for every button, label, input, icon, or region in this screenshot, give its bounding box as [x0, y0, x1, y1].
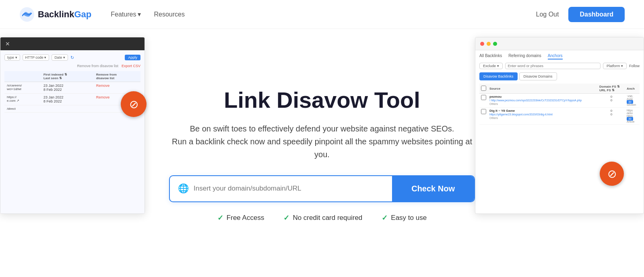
row-dates: 23 Jan 20228 Feb 2022 — [41, 82, 94, 94]
col-path — [4, 71, 41, 82]
left-table: First indexed ⇅Last seen ⇅ Remove fromdi… — [4, 71, 140, 113]
table-row-right-2: Dig It ~ Y8 Game https://y8game23.blogsp… — [479, 108, 640, 125]
logo[interactable]: BacklinkGap — [19, 7, 91, 22]
dot-yellow — [487, 42, 491, 46]
platform-chip[interactable]: Platform ▾ — [603, 63, 627, 69]
screenshot-header-right — [475, 37, 644, 50]
table-row: https://e.com ↗ 23 Jan 20228 Feb 2022 Re… — [4, 94, 140, 105]
source-others-1: Others — [489, 103, 498, 105]
feature-label-3: Easy to use — [391, 214, 427, 222]
action-row: Remove from disavow list Export CSV — [4, 64, 140, 68]
ban-badge-right: ⊘ — [600, 162, 624, 186]
feature-free-access: ✓ Free Access — [217, 213, 264, 222]
logout-button[interactable]: Log Out — [536, 11, 559, 18]
domain-input[interactable] — [194, 177, 384, 200]
disavow-backlinks-button[interactable]: Disavow Backlinks — [479, 72, 518, 80]
source-name-1: pezmou — [489, 95, 502, 98]
remove-link-2[interactable]: Remove — [96, 95, 110, 99]
table-row-right-1: pezmou ! http://www.pezmou.com/sys322223… — [479, 94, 640, 108]
filter-type[interactable]: type ▾ — [4, 54, 20, 61]
anchor-cell-2: httpsdeloihttps30Article — [625, 108, 640, 125]
chevron-down-icon: ▾ — [138, 10, 141, 18]
filter-row-right: Exclude ▾ Platform ▾ Follow — [479, 63, 640, 69]
row-checkbox-1[interactable] — [481, 95, 486, 100]
ban-badge-left: ⊘ — [121, 91, 147, 117]
hero-title: Link Disavow Tool — [169, 88, 475, 113]
fs-cell-1: 00 — [598, 94, 625, 108]
phrase-input[interactable] — [505, 63, 601, 69]
remove-link[interactable]: Remove — [96, 84, 110, 88]
check-icon-1: ✓ — [217, 213, 223, 222]
export-csv-link[interactable]: Export CSV — [122, 64, 140, 68]
check-icon-3: ✓ — [382, 213, 388, 222]
filter-date[interactable]: Date ▾ — [52, 54, 68, 61]
screenshot-body-left: type ▾ HTTP code ▾ Date ▾ ↻ Apply Remove… — [0, 50, 144, 213]
ban-icon-right: ⊘ — [607, 167, 617, 181]
row-dates3 — [41, 105, 94, 113]
right-screenshot: All Backlinks Referring domains Anchors … — [475, 37, 644, 214]
disavow-domains-button[interactable]: Disavow Domains — [519, 72, 557, 80]
center-content: Link Disavow Tool Be on swift toes to ef… — [169, 88, 475, 222]
table-row: /direct — [4, 105, 140, 113]
features-row: ✓ Free Access ✓ No credit card required … — [169, 213, 475, 222]
source-others-2: Others — [489, 117, 498, 119]
exclude-chip[interactable]: Exclude ▾ — [479, 63, 503, 69]
logo-icon — [19, 7, 35, 22]
hero-description: Be on swift toes to effectively defend y… — [169, 122, 475, 161]
dashboard-button[interactable]: Dashboard — [568, 7, 625, 22]
resources-menu[interactable]: Resources — [154, 11, 184, 18]
col-source: Source — [488, 84, 598, 94]
globe-icon: 🌐 — [178, 183, 189, 194]
apply-button[interactable]: Apply — [125, 55, 140, 60]
row-direct: /direct — [4, 105, 41, 113]
filter-row: type ▾ HTTP code ▾ Date ▾ ↻ Apply — [4, 54, 140, 61]
feature-label-1: Free Access — [227, 214, 264, 222]
check-now-button[interactable]: Check Now — [392, 176, 474, 201]
check-icon-2: ✓ — [283, 213, 289, 222]
screenshot-header-left: ✕ — [0, 37, 144, 50]
row-path: /s/careers/wci=1&fwl — [4, 82, 41, 94]
tab-anchors[interactable]: Anchors — [548, 53, 563, 60]
feature-no-credit-card: ✓ No credit card required — [283, 213, 362, 222]
col-remove: Remove fromdisavow list — [94, 71, 140, 82]
row-dates2: 23 Jan 20228 Feb 2022 — [41, 94, 94, 105]
logo-text: BacklinkGap — [38, 9, 91, 20]
refresh-icon[interactable]: ↻ — [70, 55, 74, 60]
main-content: ✕ type ▾ HTTP code ▾ Date ▾ ↻ Apply Remo… — [0, 29, 644, 277]
select-all-checkbox[interactable] — [481, 86, 486, 91]
search-input-area: 🌐 — [170, 177, 392, 200]
search-box: 🌐 Check Now — [169, 175, 475, 202]
nav-links: Features ▾ Resources — [111, 10, 536, 18]
features-menu[interactable]: Features ▾ — [111, 10, 141, 18]
nav-right: Log Out Dashboard — [536, 7, 625, 22]
remove-disavow-link[interactable]: Remove from disavow list — [77, 64, 118, 68]
fs-cell-2: 00 — [598, 108, 625, 125]
dot-green — [493, 42, 497, 46]
disavow-buttons: Disavow Backlinks Disavow Domains — [479, 72, 640, 80]
ban-icon-left: ⊘ — [129, 98, 138, 111]
source-url-1: ! http://www.pezmou.com/sys3222233lnk/Cc… — [489, 99, 582, 102]
col-first-indexed: First indexed ⇅Last seen ⇅ — [41, 71, 94, 82]
right-table: Source Domain FS ⇅URL FS ⇅ Anch pezmou !… — [479, 84, 640, 125]
left-screenshot: ✕ type ▾ HTTP code ▾ Date ▾ ↻ Apply Remo… — [0, 37, 145, 214]
row-url: https://e.com ↗ — [4, 94, 41, 105]
tabs-row: All Backlinks Referring domains Anchors — [479, 53, 640, 60]
navbar: BacklinkGap Features ▾ Resources Log Out… — [0, 0, 644, 29]
col-checkbox — [479, 84, 488, 94]
tab-referring-domains[interactable]: Referring domains — [508, 53, 541, 60]
screenshot-body-right: All Backlinks Referring domains Anchors … — [475, 50, 644, 128]
anchor-cell-1: `#96;/inde30Section — [625, 94, 640, 108]
filter-http[interactable]: HTTP code ▾ — [23, 54, 50, 61]
col-anchor: Anch — [625, 84, 640, 94]
follow-label: Follow — [629, 64, 640, 68]
source-url-2: https://y8game23.blogspot.com/2020/03/di… — [489, 113, 553, 116]
close-icon[interactable]: ✕ — [5, 41, 10, 47]
row-checkbox-2[interactable] — [481, 109, 486, 114]
table-row: /s/careers/wci=1&fwl 23 Jan 20228 Feb 20… — [4, 82, 140, 94]
feature-label-2: No credit card required — [293, 214, 362, 222]
col-fs: Domain FS ⇅URL FS ⇅ — [598, 84, 625, 94]
tab-all-backlinks[interactable]: All Backlinks — [479, 53, 502, 60]
dot-red — [480, 42, 484, 46]
source-name-2: Dig It ~ Y8 Game — [489, 109, 515, 113]
feature-easy-to-use: ✓ Easy to use — [382, 213, 427, 222]
